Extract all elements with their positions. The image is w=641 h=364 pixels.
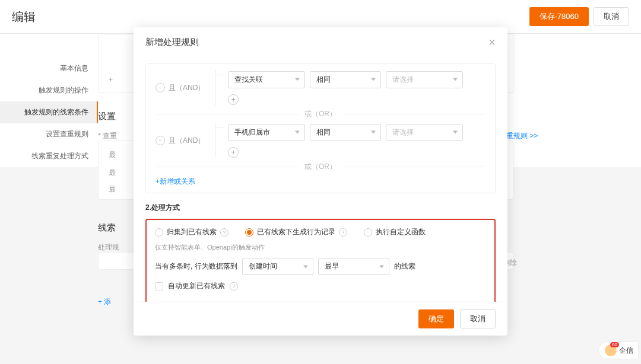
value-select[interactable]: 请选择 bbox=[386, 124, 463, 141]
modal-cancel-button[interactable]: 取消 bbox=[460, 309, 496, 328]
radio-icon bbox=[155, 228, 163, 237]
radio-icon bbox=[364, 228, 372, 237]
qixin-icon: 60 bbox=[605, 344, 617, 356]
auto-update-checkbox[interactable] bbox=[155, 282, 163, 290]
radio-behavior[interactable]: 已有线索下生成行为记录 ? bbox=[245, 227, 347, 237]
help-icon[interactable]: ? bbox=[230, 282, 238, 290]
auto-update-label: 自动更新已有线索 bbox=[168, 281, 225, 291]
order-select[interactable]: 最早 bbox=[318, 258, 389, 275]
remove-group-icon[interactable]: − bbox=[156, 136, 165, 145]
processing-box: 归集到已有线索 ? 已有线索下生成行为记录 ? 执行自定义函数 仅支持智能表单、… bbox=[145, 219, 496, 302]
radio-merge[interactable]: 归集到已有线索 ? bbox=[155, 227, 229, 237]
op-select[interactable]: 相同 bbox=[310, 124, 381, 141]
op-select[interactable]: 相同 bbox=[310, 71, 381, 88]
qixin-label: 企信 bbox=[619, 346, 633, 356]
qixin-badge[interactable]: 60 企信 bbox=[598, 341, 639, 359]
radio-icon bbox=[245, 228, 253, 237]
or-divider: 或（OR） bbox=[156, 162, 485, 172]
and-label: 且（AND） bbox=[169, 83, 205, 93]
hint-text: 仅支持智能表单、Openapi的触发动作 bbox=[155, 243, 486, 252]
radio-custom-fn[interactable]: 执行自定义函数 bbox=[364, 227, 426, 237]
add-condition-icon[interactable]: + bbox=[228, 94, 239, 105]
remove-group-icon[interactable]: − bbox=[156, 83, 165, 92]
modal-title: 新增处理规则 bbox=[145, 37, 199, 48]
badge-count: 60 bbox=[610, 342, 619, 347]
section-title: 2.处理方式 bbox=[145, 203, 496, 213]
field-select[interactable]: 手机归属市 bbox=[228, 124, 305, 141]
add-condition-icon[interactable]: + bbox=[228, 147, 239, 158]
and-label: 且（AND） bbox=[169, 136, 205, 146]
help-icon[interactable]: ? bbox=[339, 228, 347, 237]
condition-panel: − 且（AND） 查找关联 相同 请选择 + 或（OR） bbox=[145, 63, 496, 193]
field-select[interactable]: 查找关联 bbox=[228, 71, 305, 88]
add-or-link[interactable]: +新增或关系 bbox=[156, 177, 485, 187]
help-icon[interactable]: ? bbox=[220, 228, 229, 237]
multi-suffix: 的线索 bbox=[394, 261, 415, 272]
modal-ok-button[interactable]: 确定 bbox=[418, 309, 454, 328]
value-select[interactable]: 请选择 bbox=[386, 71, 463, 88]
close-icon[interactable]: × bbox=[488, 36, 496, 49]
modal: 新增处理规则 × − 且（AND） 查找关联 相同 请选择 bbox=[134, 27, 507, 336]
or-divider: 或（OR） bbox=[156, 109, 485, 119]
time-field-select[interactable]: 创建时间 bbox=[242, 258, 313, 275]
multi-label: 当有多条时, 行为数据落到 bbox=[155, 261, 237, 272]
